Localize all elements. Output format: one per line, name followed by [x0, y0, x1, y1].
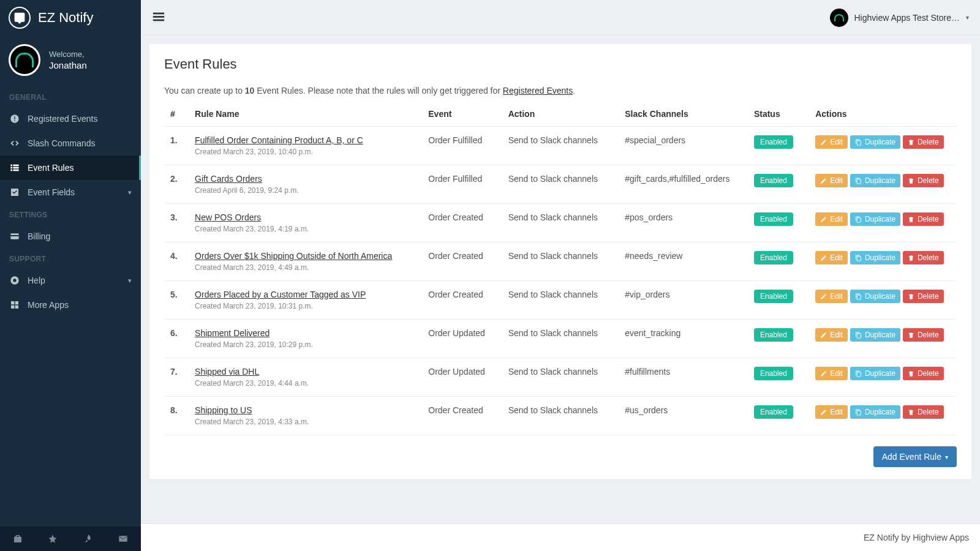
- rule-name-link[interactable]: Shipping to US: [195, 405, 252, 415]
- row-created: Created March 23, 2019, 10:29 p.m.: [195, 340, 416, 349]
- edit-button[interactable]: Edit: [815, 251, 848, 264]
- add-event-rule-label: Add Event Rule: [882, 452, 941, 462]
- edit-button[interactable]: Edit: [815, 367, 848, 380]
- status-badge: Enabled: [754, 212, 793, 226]
- row-number: 4.: [164, 242, 189, 281]
- row-event: Order Fulfilled: [422, 165, 502, 204]
- delete-button[interactable]: Delete: [903, 174, 944, 187]
- row-actions: EditDuplicateDelete: [809, 127, 957, 165]
- sidebar-item-billing[interactable]: Billing: [0, 224, 141, 249]
- delete-button[interactable]: Delete: [903, 135, 944, 149]
- registered-events-link[interactable]: Registered Events: [503, 86, 573, 96]
- user-panel: Welcome, Jonathan: [0, 36, 141, 87]
- status-badge: Enabled: [754, 135, 793, 149]
- store-switcher[interactable]: Highview Apps Test Store… ▾: [830, 9, 970, 27]
- duplicate-button[interactable]: Duplicate: [850, 290, 900, 303]
- status-badge: Enabled: [754, 251, 793, 264]
- grid-icon: [9, 300, 20, 310]
- edit-button[interactable]: Edit: [815, 328, 848, 342]
- delete-button[interactable]: Delete: [903, 290, 944, 303]
- sidebar-item-label: Event Fields: [28, 187, 75, 197]
- duplicate-button[interactable]: Duplicate: [850, 135, 900, 149]
- event-rules-panel: Event Rules You can create up to 10 Even…: [149, 44, 971, 479]
- sidebar-item-more-apps[interactable]: More Apps: [0, 293, 141, 317]
- table-row: 6.Shipment DeliveredCreated March 23, 20…: [164, 320, 957, 358]
- row-name: Shipped via DHLCreated March 23, 2019, 4…: [189, 358, 422, 397]
- credit-card-icon: [9, 231, 20, 241]
- duplicate-button[interactable]: Duplicate: [850, 328, 900, 342]
- sidebar-item-event-rules[interactable]: Event Rules: [0, 156, 141, 180]
- svg-rect-19: [153, 20, 164, 21]
- duplicate-button[interactable]: Duplicate: [850, 251, 900, 264]
- footer-text: EZ Notify by Highview Apps: [864, 533, 969, 542]
- sidebar-item-registered-events[interactable]: Registered Events: [0, 107, 141, 131]
- status-badge: Enabled: [754, 405, 793, 419]
- col-name: Rule Name: [189, 102, 422, 127]
- row-event: Order Fulfilled: [422, 127, 502, 165]
- row-status: Enabled: [748, 204, 809, 242]
- footer-mail-icon[interactable]: [106, 527, 141, 551]
- footer-rocket-icon[interactable]: [70, 527, 106, 551]
- sidebar-item-label: Billing: [28, 231, 50, 241]
- row-name: Orders Placed by a Customer Tagged as VI…: [189, 281, 422, 320]
- rule-name-link[interactable]: Gift Cards Orders: [195, 174, 262, 184]
- chevron-down-icon: ▾: [128, 189, 132, 197]
- row-name: Shipment DeliveredCreated March 23, 2019…: [189, 320, 422, 358]
- rule-name-link[interactable]: Fulfilled Order Containing Product A, B,…: [195, 135, 363, 145]
- row-status: Enabled: [748, 165, 809, 204]
- rule-name-link[interactable]: Orders Placed by a Customer Tagged as VI…: [195, 290, 366, 299]
- sidebar-item-event-fields[interactable]: Event Fields ▾: [0, 180, 141, 204]
- table-row: 7.Shipped via DHLCreated March 23, 2019,…: [164, 358, 957, 397]
- duplicate-button[interactable]: Duplicate: [850, 405, 900, 419]
- delete-button[interactable]: Delete: [903, 405, 944, 419]
- hamburger-button[interactable]: [152, 10, 165, 25]
- sidebar-item-label: Event Rules: [28, 163, 74, 173]
- rule-name-link[interactable]: Shipment Delivered: [195, 328, 270, 338]
- edit-button[interactable]: Edit: [815, 212, 848, 226]
- row-status: Enabled: [748, 127, 809, 165]
- rule-name-link[interactable]: Shipped via DHL: [195, 367, 259, 377]
- row-slack: #needs_review: [619, 242, 748, 281]
- duplicate-button[interactable]: Duplicate: [850, 174, 900, 187]
- delete-button[interactable]: Delete: [903, 367, 944, 380]
- row-number: 1.: [164, 127, 189, 165]
- svg-rect-1: [14, 116, 15, 119]
- status-badge: Enabled: [754, 290, 793, 303]
- main: Highview Apps Test Store… ▾ Event Rules …: [141, 0, 980, 551]
- row-event: Order Created: [422, 204, 502, 242]
- status-badge: Enabled: [754, 328, 793, 342]
- row-name: Orders Over $1k Shipping Outside of Nort…: [189, 242, 422, 281]
- footer-bag-icon[interactable]: [0, 527, 36, 551]
- rule-name-link[interactable]: New POS Orders: [195, 212, 261, 222]
- delete-button[interactable]: Delete: [903, 251, 944, 264]
- edit-button[interactable]: Edit: [815, 135, 848, 149]
- edit-button[interactable]: Edit: [815, 174, 848, 187]
- delete-button[interactable]: Delete: [903, 328, 944, 342]
- row-actions: EditDuplicateDelete: [809, 397, 957, 435]
- row-created: Created March 23, 2019, 10:31 p.m.: [195, 302, 416, 310]
- sidebar: EZ Notify Welcome, Jonathan GENERAL Regi…: [0, 0, 141, 551]
- svg-rect-2: [14, 121, 15, 121]
- duplicate-button[interactable]: Duplicate: [850, 367, 900, 380]
- duplicate-button[interactable]: Duplicate: [850, 212, 900, 226]
- brand[interactable]: EZ Notify: [0, 0, 141, 36]
- rule-name-link[interactable]: Orders Over $1k Shipping Outside of Nort…: [195, 251, 392, 261]
- row-actions: EditDuplicateDelete: [809, 204, 957, 242]
- caret-down-icon: ▾: [945, 454, 948, 460]
- delete-button[interactable]: Delete: [903, 212, 944, 226]
- edit-button[interactable]: Edit: [815, 290, 848, 303]
- sidebar-item-help[interactable]: Help ▾: [0, 268, 141, 293]
- row-action: Send to Slack channels: [502, 358, 619, 397]
- add-event-rule-button[interactable]: Add Event Rule ▾: [873, 446, 957, 467]
- row-slack: #pos_orders: [619, 204, 748, 242]
- row-status: Enabled: [748, 320, 809, 358]
- sidebar-item-slash-commands[interactable]: Slash Commands: [0, 131, 141, 156]
- row-action: Send to Slack channels: [502, 397, 619, 435]
- row-created: Created March 23, 2019, 4:49 a.m.: [195, 263, 416, 272]
- footer-star-icon[interactable]: [36, 527, 71, 551]
- svg-rect-17: [153, 13, 164, 15]
- row-action: Send to Slack channels: [502, 165, 619, 204]
- svg-rect-4: [13, 165, 18, 167]
- edit-button[interactable]: Edit: [815, 405, 848, 419]
- topbar: Highview Apps Test Store… ▾: [141, 0, 980, 36]
